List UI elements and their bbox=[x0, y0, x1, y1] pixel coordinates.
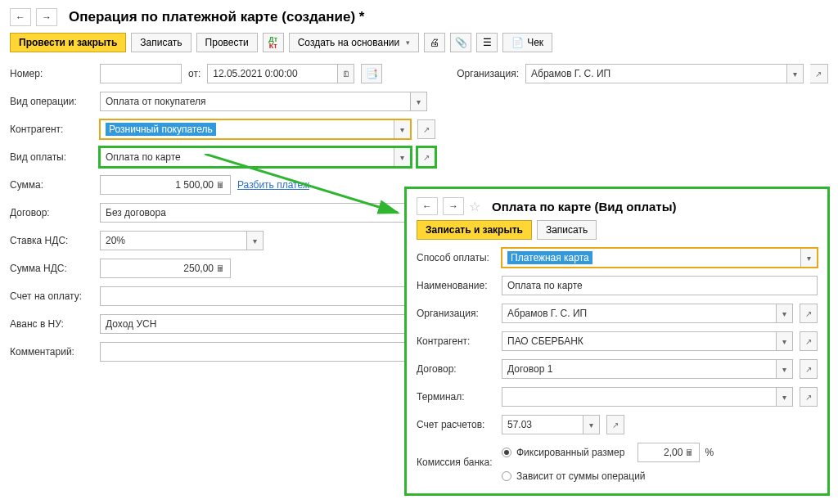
dropdown-icon[interactable]: ▾ bbox=[410, 92, 426, 110]
method-label: Способ оплаты: bbox=[417, 252, 502, 263]
org-combo[interactable]: Абрамов Г. С. ИП ▾ bbox=[525, 64, 804, 83]
popup-save-close-button[interactable]: Записать и закрыть bbox=[417, 220, 532, 240]
counterparty-label: Контрагент: bbox=[10, 124, 100, 135]
popout-icon[interactable]: ↗ bbox=[810, 65, 827, 83]
popout-icon[interactable]: ↗ bbox=[800, 360, 817, 378]
vatrate-combo[interactable]: 20% ▾ bbox=[100, 231, 264, 250]
comment-label: Комментарий: bbox=[10, 346, 100, 358]
commission-depends-label: Зависит от суммы операций bbox=[516, 470, 646, 482]
terminal-popout[interactable]: ↗ bbox=[800, 387, 818, 407]
dropdown-icon[interactable]: ▾ bbox=[394, 148, 410, 166]
dropdown-icon[interactable]: ▾ bbox=[246, 232, 263, 250]
vatrate-label: Ставка НДС: bbox=[10, 235, 100, 246]
pcontract-popout[interactable]: ↗ bbox=[800, 359, 818, 379]
dropdown-icon[interactable]: ▾ bbox=[394, 120, 410, 138]
pcp-label: Контрагент: bbox=[417, 335, 502, 347]
account-combo[interactable]: 57.03 ▾ bbox=[502, 415, 600, 434]
post-and-close-button[interactable]: Провести и закрыть bbox=[10, 33, 126, 52]
contract-label: Договор: bbox=[10, 207, 100, 218]
calc-icon[interactable]: 🖩 bbox=[685, 448, 694, 457]
split-payment-link[interactable]: Разбить платеж bbox=[237, 179, 309, 191]
paytype-combo[interactable]: Оплата по карте ▾ bbox=[100, 147, 411, 167]
create-based-button[interactable]: Создать на основании bbox=[289, 33, 420, 52]
date-label: от: bbox=[188, 68, 200, 79]
commission-value-input[interactable]: 2,00🖩 bbox=[638, 443, 700, 462]
popout-icon[interactable]: ↗ bbox=[418, 120, 435, 138]
popout-icon[interactable]: ↗ bbox=[607, 416, 624, 434]
commission-fixed-radio[interactable] bbox=[502, 448, 511, 457]
terminal-combo[interactable]: ▾ bbox=[502, 387, 793, 407]
paytype-label: Вид оплаты: bbox=[10, 151, 100, 163]
name-input[interactable] bbox=[502, 276, 818, 295]
invoice-combo[interactable] bbox=[100, 286, 427, 306]
paytype-popout[interactable]: ↗ bbox=[417, 147, 435, 167]
main-toolbar: Провести и закрыть Записать Провести ДтК… bbox=[10, 33, 828, 52]
date-input[interactable]: 12.05.2021 0:00:00 🗓 bbox=[207, 64, 354, 83]
forward-button[interactable]: → bbox=[36, 8, 57, 26]
popout-icon[interactable]: ↗ bbox=[800, 332, 817, 350]
popup-title: Оплата по карте (Вид оплаты) bbox=[492, 200, 677, 214]
calc-icon[interactable]: 🖩 bbox=[216, 180, 225, 190]
porg-label: Организация: bbox=[417, 308, 502, 319]
pcp-popout[interactable]: ↗ bbox=[800, 331, 818, 351]
attach-button[interactable]: 📎 bbox=[450, 33, 471, 52]
dropdown-icon[interactable]: ▾ bbox=[776, 332, 792, 350]
advance-combo[interactable]: Доход УСН bbox=[100, 314, 427, 334]
popout-icon[interactable]: ↗ bbox=[800, 304, 817, 322]
number-label: Номер: bbox=[10, 68, 100, 79]
dropdown-icon[interactable]: ▾ bbox=[776, 304, 792, 322]
pcontract-combo[interactable]: Договор 1 ▾ bbox=[502, 359, 793, 379]
pcontract-label: Договор: bbox=[417, 363, 502, 375]
dropdown-icon[interactable]: ▾ bbox=[800, 249, 817, 267]
porg-popout[interactable]: ↗ bbox=[800, 304, 818, 323]
account-label: Счет расчетов: bbox=[417, 419, 502, 430]
comment-input[interactable] bbox=[100, 342, 427, 362]
calc-icon[interactable]: 🖩 bbox=[216, 263, 225, 273]
vatsum-label: Сумма НДС: bbox=[10, 263, 100, 274]
invoice-label: Счет на оплату: bbox=[10, 290, 100, 302]
commission-depends-radio[interactable] bbox=[502, 471, 511, 481]
popup-back-button[interactable]: ← bbox=[417, 197, 438, 215]
calendar-icon[interactable]: 🗓 bbox=[337, 65, 354, 83]
popup-forward-button[interactable]: → bbox=[443, 197, 464, 215]
org-label: Организация: bbox=[457, 68, 519, 79]
print-button[interactable]: 🖨 bbox=[424, 33, 445, 52]
counterparty-combo[interactable]: Розничный покупатель ▾ bbox=[100, 119, 411, 139]
post-button[interactable]: Провести bbox=[196, 33, 258, 52]
method-combo[interactable]: Платежная карта ▾ bbox=[502, 248, 818, 268]
date-extra-button[interactable]: 📑 bbox=[361, 64, 382, 83]
page-title: Операция по платежной карте (создание) * bbox=[69, 9, 364, 25]
commission-fixed-label: Фиксированный размер bbox=[516, 447, 624, 458]
pcp-combo[interactable]: ПАО СБЕРБАНК ▾ bbox=[502, 331, 793, 351]
optype-combo[interactable]: Оплата от покупателя ▾ bbox=[100, 92, 427, 111]
name-label: Наименование: bbox=[417, 280, 502, 291]
org-popout[interactable]: ↗ bbox=[810, 64, 828, 83]
back-button[interactable]: ← bbox=[10, 8, 31, 26]
sum-input[interactable]: 1 500,00🖩 bbox=[100, 175, 231, 195]
optype-label: Вид операции: bbox=[10, 96, 100, 107]
dropdown-icon[interactable]: ▾ bbox=[786, 65, 803, 83]
popout-icon[interactable]: ↗ bbox=[418, 148, 435, 166]
commission-label: Комиссия банка: bbox=[417, 457, 502, 468]
dtkt-button[interactable]: ДтКт bbox=[263, 33, 284, 52]
check-button[interactable]: 📄Чек bbox=[502, 33, 552, 52]
dropdown-icon[interactable]: ▾ bbox=[776, 360, 792, 378]
terminal-label: Терминал: bbox=[417, 391, 502, 403]
main-header: ← → Операция по платежной карте (создани… bbox=[10, 8, 828, 26]
porg-combo[interactable]: Абрамов Г. С. ИП ▾ bbox=[502, 304, 793, 323]
account-popout[interactable]: ↗ bbox=[606, 415, 624, 434]
popup-save-button[interactable]: Записать bbox=[537, 220, 597, 240]
popout-icon[interactable]: ↗ bbox=[800, 388, 817, 406]
save-button[interactable]: Записать bbox=[131, 33, 191, 52]
counterparty-popout[interactable]: ↗ bbox=[417, 119, 435, 139]
contract-combo[interactable]: Без договора bbox=[100, 203, 427, 223]
sum-label: Сумма: bbox=[10, 179, 100, 191]
number-input[interactable] bbox=[100, 64, 182, 83]
dropdown-icon[interactable]: ▾ bbox=[776, 388, 792, 406]
paytype-popup: ← → ☆ Оплата по карте (Вид оплаты) Запис… bbox=[404, 187, 830, 496]
popup-form: Способ оплаты: Платежная карта ▾ Наимено… bbox=[417, 248, 818, 482]
list-button[interactable]: ☰ bbox=[476, 33, 498, 52]
dropdown-icon[interactable]: ▾ bbox=[583, 416, 599, 434]
favorite-icon[interactable]: ☆ bbox=[469, 199, 480, 214]
vatsum-input[interactable]: 250,00🖩 bbox=[100, 259, 231, 278]
